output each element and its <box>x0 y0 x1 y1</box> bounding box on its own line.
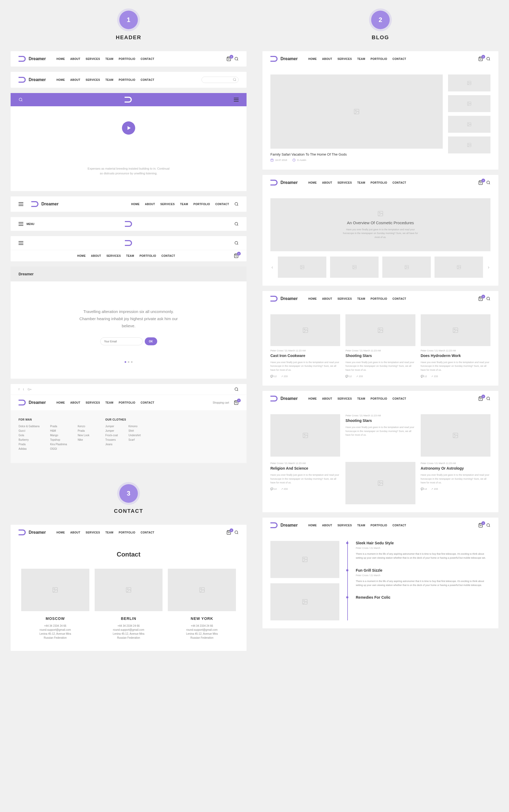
nav-about[interactable]: ABOUT <box>322 181 332 184</box>
nav-services[interactable]: SERVICES <box>337 297 352 300</box>
nav-home[interactable]: HOME <box>308 58 317 61</box>
nav-team[interactable]: TEAM <box>357 524 365 527</box>
search-icon[interactable] <box>233 78 236 81</box>
nav-about[interactable]: ABOUT <box>70 58 80 61</box>
blog-card[interactable]: Peter Cross / 21 March 11:23 AM Cast Iro… <box>270 314 340 378</box>
mega-link[interactable]: Jeans <box>105 443 118 446</box>
thumbnail[interactable] <box>330 256 379 278</box>
nav-home[interactable]: HOME <box>57 401 65 404</box>
email-input[interactable] <box>100 338 143 345</box>
dot[interactable] <box>131 361 133 363</box>
nav-contact[interactable]: CONTACT <box>393 58 406 61</box>
image-placeholder[interactable] <box>421 414 490 457</box>
timeline-item[interactable]: Fun Grill Sizzle Peter Cross / 21 March … <box>356 568 490 588</box>
menu-button[interactable] <box>19 222 23 226</box>
menu-label[interactable]: MENU <box>27 223 34 225</box>
nav-team[interactable]: TEAM <box>105 401 113 404</box>
logo[interactable]: Dreamer <box>19 77 46 83</box>
thumbnail[interactable] <box>435 256 483 278</box>
mega-link[interactable]: Jumper <box>105 425 118 428</box>
nav-home[interactable]: HOME <box>308 524 317 527</box>
mega-link[interactable]: Dolce & Gabbana <box>19 425 39 428</box>
menu-button[interactable] <box>234 98 239 102</box>
nav-contact[interactable]: CONTACT <box>162 254 175 257</box>
nav-home[interactable]: HOME <box>57 78 65 81</box>
dot[interactable] <box>125 361 126 363</box>
nav-portfolio[interactable]: PORTFOLIO <box>371 58 387 61</box>
search-icon[interactable] <box>486 180 490 185</box>
nav-portfolio[interactable]: PORTFOLIO <box>371 397 387 400</box>
mega-link[interactable]: Prada <box>19 443 39 446</box>
nav-portfolio[interactable]: PORTFOLIO <box>119 531 135 534</box>
nav-about[interactable]: ABOUT <box>70 401 80 404</box>
nav-team[interactable]: TEAM <box>357 297 365 300</box>
thumbnail[interactable] <box>270 541 339 578</box>
cart-button[interactable]: 0 <box>478 396 483 401</box>
search-icon[interactable] <box>234 202 239 206</box>
twitter-icon[interactable]: t <box>23 388 24 391</box>
nav-team[interactable]: TEAM <box>105 531 113 534</box>
nav-portfolio[interactable]: PORTFOLIO <box>371 524 387 527</box>
blog-card[interactable]: Peter Cross / 21 March 11:23 AM Astronom… <box>421 462 490 504</box>
cart-button[interactable]: 0 <box>234 253 239 258</box>
search-icon[interactable] <box>234 222 239 226</box>
nav-portfolio[interactable]: PORTFOLIO <box>119 401 135 404</box>
mega-link[interactable]: Prada <box>78 429 89 432</box>
mega-link[interactable]: Kira Plastinina <box>50 443 67 446</box>
timeline-item[interactable]: Sleek Hair Sedu Style Peter Cross / 21 M… <box>356 541 490 560</box>
play-button[interactable] <box>122 121 135 135</box>
mega-link[interactable]: Kimono <box>129 425 141 428</box>
logo[interactable]: Dreamer <box>19 529 46 535</box>
nav-home[interactable]: HOME <box>131 203 140 206</box>
blog-card[interactable]: Peter Cross / 21 March 11:23 AM Does Hyd… <box>421 314 490 378</box>
nav-portfolio[interactable]: PORTFOLIO <box>371 297 387 300</box>
dot[interactable] <box>128 361 129 363</box>
mega-link[interactable]: OGGI <box>50 447 67 450</box>
nav-services[interactable]: SERVICES <box>86 78 100 81</box>
search-icon[interactable] <box>234 530 239 534</box>
cart-button[interactable]: 0 <box>227 530 231 535</box>
search-icon[interactable] <box>486 57 490 61</box>
mega-link[interactable]: Gola <box>19 434 39 437</box>
nav-home[interactable]: HOME <box>77 254 86 257</box>
logo[interactable]: Dreamer <box>270 180 298 185</box>
nav-portfolio[interactable]: PORTFOLIO <box>119 58 135 61</box>
mega-link[interactable]: Undershirt <box>129 434 141 437</box>
nav-contact[interactable]: CONTACT <box>393 297 406 300</box>
nav-contact[interactable]: CONTACT <box>215 203 229 206</box>
search-icon[interactable] <box>486 396 490 401</box>
thumbnail[interactable] <box>382 256 431 278</box>
nav-services[interactable]: SERVICES <box>160 203 175 206</box>
blog-card[interactable]: Peter Cross / 21 March 11:23 AM Religion… <box>270 462 340 504</box>
facebook-icon[interactable]: f <box>19 388 19 391</box>
nav-contact[interactable]: CONTACT <box>141 78 155 81</box>
thumbnail[interactable] <box>270 583 339 621</box>
nav-about[interactable]: ABOUT <box>145 203 155 206</box>
nav-services[interactable]: SERVICES <box>337 397 352 400</box>
image-placeholder[interactable] <box>345 462 415 504</box>
logo-icon[interactable] <box>125 97 132 103</box>
mega-link[interactable]: Burberry <box>19 438 39 441</box>
blog-card[interactable]: Peter Cross / 21 March 11:23 AM Shooting… <box>345 314 415 378</box>
mega-link[interactable]: Shirt <box>129 429 141 432</box>
nav-contact[interactable]: CONTACT <box>393 397 406 400</box>
thumbnail[interactable] <box>448 95 490 112</box>
nav-portfolio[interactable]: PORTFOLIO <box>194 203 210 206</box>
nav-team[interactable]: TEAM <box>357 397 365 400</box>
nav-portfolio[interactable]: PORTFOLIO <box>119 78 135 81</box>
nav-team[interactable]: TEAM <box>105 78 113 81</box>
nav-services[interactable]: SERVICES <box>106 254 121 257</box>
prev-arrow[interactable]: ‹ <box>270 264 274 270</box>
ok-button[interactable]: OK <box>145 338 157 345</box>
blog-card[interactable]: Peter Cross / 21 March 11:23 AM Shooting… <box>345 414 415 457</box>
nav-about[interactable]: ABOUT <box>322 524 332 527</box>
thumbnail[interactable] <box>278 256 326 278</box>
cart-button[interactable]: 0 <box>234 400 239 405</box>
mega-link[interactable]: Prada <box>50 425 67 428</box>
search-icon[interactable] <box>486 296 490 301</box>
mega-link[interactable]: H&M <box>50 429 67 432</box>
nav-team[interactable]: TEAM <box>180 203 188 206</box>
logo[interactable]: Dreamer <box>270 522 298 528</box>
nav-home[interactable]: HOME <box>308 397 317 400</box>
image-placeholder[interactable] <box>270 414 340 457</box>
